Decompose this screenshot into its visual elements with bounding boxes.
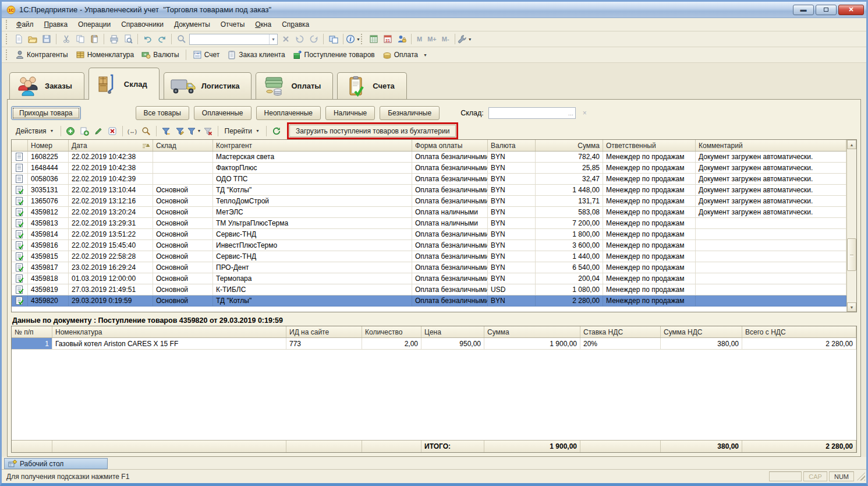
find-button[interactable] bbox=[140, 125, 153, 138]
table-row[interactable]: 435981622.02.2019 15:45:40ОсновнойИнвест… bbox=[12, 240, 846, 251]
resize-grip[interactable] bbox=[857, 473, 865, 481]
rotate-back-button[interactable] bbox=[293, 33, 306, 45]
table-row[interactable]: 435981322.02.2019 13:29:31ОсновнойТМ Уль… bbox=[12, 218, 846, 229]
restore-button[interactable] bbox=[816, 5, 837, 15]
column-header-7[interactable]: Ответственный bbox=[603, 140, 696, 151]
warehouse-input[interactable]: ... bbox=[488, 107, 576, 119]
detail-column-header-6[interactable]: Ставка НДС bbox=[580, 326, 661, 337]
tab-склад[interactable]: Склад bbox=[88, 68, 160, 100]
column-header-0[interactable]: Номер bbox=[28, 140, 69, 151]
cut-button[interactable] bbox=[59, 33, 73, 45]
copy-windows-button[interactable] bbox=[327, 33, 340, 45]
menu-правка[interactable]: Правка bbox=[39, 19, 73, 30]
filter-button-безналичные[interactable]: Безналичные bbox=[380, 106, 440, 120]
detail-column-header-5[interactable]: Сумма bbox=[484, 326, 580, 337]
add-copy-button[interactable] bbox=[78, 125, 91, 138]
desktop-tab[interactable]: Рабочий стол bbox=[4, 458, 108, 469]
nav-client-order[interactable]: Заказ клиента bbox=[224, 48, 288, 61]
detail-column-header-7[interactable]: Сумма НДС bbox=[661, 326, 742, 337]
toolbar-overflow-icon[interactable]: ▼ bbox=[423, 53, 427, 57]
table-button[interactable] bbox=[367, 33, 380, 45]
table-row[interactable]: 435981522.02.2019 22:58:28ОсновнойСервис… bbox=[12, 251, 846, 262]
new-doc-button[interactable] bbox=[12, 33, 25, 45]
detail-column-header-3[interactable]: Количество bbox=[362, 326, 421, 337]
info-button[interactable]: i▼ bbox=[346, 33, 360, 45]
load-receipts-button[interactable]: Загрузить поступления товаров из бухгалт… bbox=[289, 125, 456, 137]
column-header-4[interactable]: Форма оплаты bbox=[412, 140, 488, 151]
tab-заказы[interactable]: Заказы bbox=[9, 72, 84, 99]
title-bar[interactable]: 1С 1С:Предприятие - Управленческий учет … bbox=[2, 2, 866, 18]
search-button[interactable] bbox=[175, 33, 188, 45]
warehouse-clear-button[interactable]: × bbox=[580, 109, 589, 117]
menu-документы[interactable]: Документы bbox=[169, 19, 215, 30]
column-header-6[interactable]: Сумма bbox=[536, 140, 603, 151]
refresh-button[interactable] bbox=[270, 125, 283, 138]
warehouse-picker-button[interactable]: ... bbox=[568, 110, 575, 117]
table-row[interactable]: 435981801.03.2019 12:00:00ОсновнойТермоп… bbox=[12, 273, 846, 284]
goto-menu-button[interactable]: Перейти▼ bbox=[221, 125, 264, 138]
rotate-forward-button[interactable] bbox=[307, 33, 320, 45]
filter-button-оплаченные[interactable]: Оплаченные bbox=[194, 106, 251, 120]
add-button[interactable] bbox=[64, 125, 77, 138]
table-row[interactable]: 435981723.02.2019 16:29:24ОсновнойПРО-Де… bbox=[12, 262, 846, 273]
nav-payment[interactable]: Оплата bbox=[379, 48, 421, 61]
memory-m+-button[interactable]: M+ bbox=[425, 36, 439, 43]
toolbar-grip[interactable] bbox=[361, 34, 364, 44]
scroll-thumb[interactable] bbox=[847, 238, 856, 271]
column-header-5[interactable]: Валюта bbox=[488, 140, 536, 151]
table-row[interactable]: 005803622.02.2019 10:42:39ОДО ТПСОплата … bbox=[12, 174, 846, 185]
clear-x-button[interactable] bbox=[279, 33, 292, 45]
scroll-up-button[interactable]: ▲ bbox=[847, 140, 856, 149]
filter-edit-button[interactable] bbox=[173, 125, 187, 138]
edit-button[interactable] bbox=[92, 125, 105, 138]
menu-операции[interactable]: Операции bbox=[73, 19, 116, 30]
tab-счета[interactable]: Счета bbox=[337, 72, 406, 99]
vertical-scrollbar[interactable]: ▲ ▼ bbox=[846, 140, 856, 312]
filter-button-наличные[interactable]: Наличные bbox=[325, 106, 375, 120]
detail-column-header-2[interactable]: ИД на сайте bbox=[286, 326, 362, 337]
wrench-button[interactable]: ▼ bbox=[458, 33, 472, 45]
column-width-button[interactable]: (↔) bbox=[126, 125, 139, 138]
toolbar-grip[interactable] bbox=[6, 50, 9, 60]
table-row[interactable]: 435981927.03.2019 21:49:51ОсновнойК-ТИБЛ… bbox=[12, 284, 846, 295]
redo-button[interactable] bbox=[155, 33, 168, 45]
memory-m-button[interactable]: M bbox=[414, 36, 424, 43]
detail-column-header-4[interactable]: Цена bbox=[421, 326, 484, 337]
menu-окна[interactable]: Окна bbox=[250, 19, 277, 30]
actions-menu-button[interactable]: Действия▼ bbox=[12, 125, 58, 138]
nav-currency[interactable]: Валюты bbox=[138, 48, 183, 61]
table-row[interactable]: 435981222.02.2019 13:20:24ОсновнойМетЭЛС… bbox=[12, 207, 846, 218]
detail-column-header-1[interactable]: Номенклатура bbox=[52, 326, 286, 337]
detail-table-row[interactable]: 1Газовый котел Ariston CARES X 15 FF7732… bbox=[12, 338, 856, 350]
incoming-goods-button[interactable]: Приходы товара bbox=[11, 106, 81, 120]
tab-логистика[interactable]: Логистика bbox=[164, 72, 252, 99]
undo-button[interactable] bbox=[141, 33, 154, 45]
column-header-1[interactable]: Дата bbox=[69, 140, 153, 151]
detail-column-header-0[interactable]: № п/п bbox=[12, 326, 52, 337]
table-row[interactable]: 435982029.03.2019 0:19:59ОсновнойТД "Кот… bbox=[12, 295, 846, 307]
minimize-button[interactable]: ▬ bbox=[793, 5, 814, 15]
filter-button-неоплаченные[interactable]: Неоплаченные bbox=[256, 106, 321, 120]
detail-column-header-8[interactable]: Всего с НДС bbox=[742, 326, 856, 337]
search-input[interactable]: ▼ bbox=[189, 34, 278, 45]
column-header-2[interactable]: Склад bbox=[153, 140, 213, 151]
menu-файл[interactable]: Файл bbox=[11, 19, 39, 30]
close-button[interactable]: ✕ bbox=[838, 5, 864, 15]
nav-nomenclature[interactable]: Номенклатура bbox=[72, 48, 138, 61]
scroll-down-button[interactable]: ▼ bbox=[847, 302, 856, 312]
menu-справочники[interactable]: Справочники bbox=[116, 19, 169, 30]
column-header-3[interactable]: Контрагент bbox=[213, 140, 412, 151]
tab-оплаты[interactable]: Оплаты bbox=[256, 72, 333, 99]
table-row[interactable]: 303513122.02.2019 13:10:44ОсновнойТД "Ко… bbox=[12, 185, 846, 196]
open-folder-button[interactable] bbox=[26, 33, 39, 45]
table-row[interactable]: 435981422.02.2019 13:51:22ОсновнойСервис… bbox=[12, 229, 846, 240]
print-button[interactable] bbox=[107, 33, 121, 45]
filter-clear-button[interactable] bbox=[201, 125, 215, 138]
nav-goods-receipt[interactable]: Поступление товаров bbox=[289, 48, 378, 61]
user-lock-button[interactable] bbox=[395, 33, 408, 45]
delete-button[interactable] bbox=[106, 125, 119, 138]
calendar-button[interactable]: 31 bbox=[381, 33, 394, 45]
print-preview-button[interactable] bbox=[121, 33, 134, 45]
combo-dropdown-icon[interactable]: ▼ bbox=[269, 34, 277, 44]
table-row[interactable]: 160822522.02.2019 10:42:38Мастерская све… bbox=[12, 152, 846, 163]
